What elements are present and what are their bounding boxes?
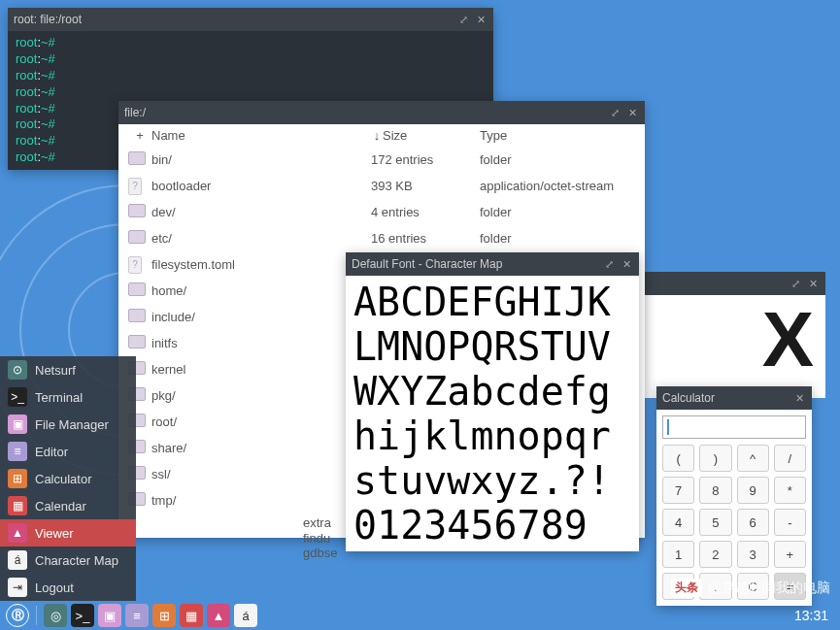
terminal-title: root: file:/root: [14, 13, 453, 26]
calc-key-/[interactable]: /: [774, 445, 806, 472]
fm-add[interactable]: +: [128, 128, 151, 143]
start-button[interactable]: Ⓡ: [6, 604, 29, 627]
calc-key-9[interactable]: 9: [737, 477, 769, 504]
maximize-icon[interactable]: ⤢: [608, 106, 622, 119]
watermark-badge: 头条: [671, 579, 702, 597]
fm-col-name[interactable]: Name: [151, 128, 371, 143]
calc-key-2[interactable]: 2: [699, 541, 731, 568]
launcher-calculator[interactable]: ⊞: [152, 604, 176, 627]
fm-extra-text: extra findu gdbse: [303, 515, 337, 561]
fm-col-size[interactable]: Size: [383, 128, 480, 143]
menu-item-file-manager[interactable]: ▣File Manager: [0, 411, 136, 438]
menu-item-viewer[interactable]: ▲Viewer: [0, 519, 136, 547]
menu-item-character-map[interactable]: áCharacter Map: [0, 547, 136, 574]
close-icon[interactable]: ✕: [625, 106, 639, 119]
clock[interactable]: 13:31: [794, 608, 828, 623]
taskbar[interactable]: Ⓡ ◎>_▣≡⊞▦▲á 13:31: [0, 601, 840, 630]
watermark: 头条 @穿越时间我的电脑: [671, 579, 830, 597]
fm-column-header[interactable]: + Name ↓ Size Type: [118, 124, 645, 147]
launcher-character-map[interactable]: á: [234, 604, 257, 627]
separator: [36, 606, 37, 625]
terminal-icon: >_: [8, 387, 27, 407]
calc-key-1[interactable]: 1: [662, 541, 694, 568]
table-row[interactable]: bin/172 entriesfolder: [118, 147, 645, 173]
folder-icon: [128, 204, 146, 217]
calc-key-4[interactable]: 4: [662, 509, 694, 536]
menu-item-logout[interactable]: ⇥Logout: [0, 574, 136, 601]
hidden-window[interactable]: ⤢ ✕ X: [631, 272, 825, 398]
viewer-icon: ▲: [8, 523, 27, 543]
maximize-icon[interactable]: ⤢: [789, 277, 802, 290]
fm-col-type[interactable]: Type: [480, 128, 635, 143]
folder-icon: [128, 151, 146, 165]
launcher-calendar[interactable]: ▦: [180, 604, 203, 627]
charmap-title: Default Font - Character Map: [352, 257, 598, 271]
start-menu[interactable]: ⊙Netsurf>_Terminal▣File Manager≡Editor⊞C…: [0, 356, 136, 601]
character-map-icon: á: [8, 550, 27, 570]
launcher-editor[interactable]: ≡: [125, 604, 149, 627]
maximize-icon[interactable]: ⤢: [456, 13, 470, 26]
calc-key-*[interactable]: *: [774, 477, 806, 504]
menu-item-editor[interactable]: ≡Editor: [0, 438, 136, 465]
calc-key-8[interactable]: 8: [699, 477, 731, 504]
calculator-window[interactable]: Calculator ✕ ()^/789*456-123+0.C=: [656, 386, 812, 606]
folder-icon: [128, 282, 146, 296]
charmap-titlebar[interactable]: Default Font - Character Map ⤢ ✕: [346, 252, 639, 276]
menu-item-netsurf[interactable]: ⊙Netsurf: [0, 356, 136, 383]
charmap-window[interactable]: Default Font - Character Map ⤢ ✕ ABCDEFG…: [346, 252, 639, 551]
calc-key-3[interactable]: 3: [737, 541, 769, 568]
file-icon: ?: [128, 178, 142, 195]
editor-icon: ≡: [8, 442, 27, 461]
logout-icon: ⇥: [8, 578, 27, 597]
menu-item-calendar[interactable]: ▦Calendar: [0, 492, 136, 519]
calc-key-)[interactable]: ): [699, 445, 731, 472]
file-icon: ?: [128, 256, 142, 274]
calc-key-^[interactable]: ^: [737, 445, 769, 472]
netsurf-icon: ⊙: [8, 360, 27, 380]
maximize-icon[interactable]: ⤢: [602, 257, 616, 271]
fm-titlebar[interactable]: file:/ ⤢ ✕: [118, 101, 645, 124]
terminal-titlebar[interactable]: root: file:/root ⤢ ✕: [8, 8, 493, 31]
calc-display[interactable]: [662, 415, 806, 439]
close-icon[interactable]: ✕: [806, 277, 820, 290]
calc-key-7[interactable]: 7: [662, 477, 694, 504]
close-icon[interactable]: ✕: [620, 257, 633, 271]
launcher-netsurf[interactable]: ◎: [44, 604, 67, 627]
calc-title: Calculator: [662, 391, 789, 405]
calc-key-+[interactable]: +: [774, 541, 806, 568]
calendar-icon: ▦: [8, 496, 27, 515]
hidden-glyph: X: [631, 295, 825, 384]
calc-key-5[interactable]: 5: [699, 509, 731, 536]
menu-item-terminal[interactable]: >_Terminal: [0, 383, 136, 411]
hidden-titlebar[interactable]: ⤢ ✕: [631, 272, 825, 295]
table-row[interactable]: ?bootloader393 KBapplication/octet-strea…: [118, 173, 645, 199]
folder-icon: [128, 335, 146, 348]
menu-item-calculator[interactable]: ⊞Calculator: [0, 465, 136, 492]
file-manager-icon: ▣: [8, 414, 27, 434]
calc-key-([interactable]: (: [662, 445, 694, 472]
calculator-icon: ⊞: [8, 469, 27, 488]
charmap-body[interactable]: ABCDEFGHIJK LMNOPQRSTUV WXYZabcdefg hijk…: [346, 276, 639, 551]
fm-sort-arrow[interactable]: ↓: [371, 128, 383, 143]
launcher-viewer[interactable]: ▲: [207, 604, 230, 627]
close-icon[interactable]: ✕: [474, 13, 487, 26]
table-row[interactable]: dev/4 entriesfolder: [118, 199, 645, 225]
calc-key--[interactable]: -: [774, 509, 806, 536]
launcher-terminal[interactable]: >_: [71, 604, 94, 627]
calc-titlebar[interactable]: Calculator ✕: [656, 386, 812, 410]
fm-title: file:/: [124, 106, 604, 119]
calc-cursor: [667, 419, 669, 435]
close-icon[interactable]: ✕: [792, 391, 806, 405]
watermark-text: @穿越时间我的电脑: [708, 580, 830, 597]
launcher-file-manager[interactable]: ▣: [98, 604, 121, 627]
table-row[interactable]: etc/16 entriesfolder: [118, 225, 645, 251]
folder-icon: [128, 230, 146, 244]
folder-icon: [128, 309, 146, 322]
calc-key-6[interactable]: 6: [737, 509, 769, 536]
